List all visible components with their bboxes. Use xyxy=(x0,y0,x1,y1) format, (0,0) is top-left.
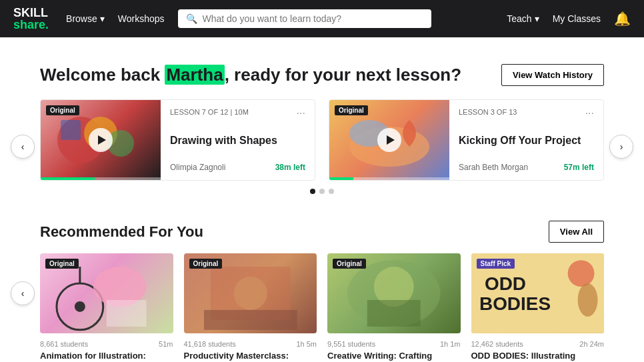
rec-meta-1: 8,661 students 51m xyxy=(40,340,173,348)
rec-thumb-4: ODD BODIES Staff Pick xyxy=(471,253,605,333)
logo-line1: SKILL xyxy=(13,7,49,19)
logo[interactable]: SKILL share. xyxy=(13,7,49,31)
lesson-number-1: LESSON 7 OF 12 | 10M xyxy=(170,108,249,116)
search-input[interactable] xyxy=(203,13,423,24)
welcome-heading: Welcome back Martha, ready for your next… xyxy=(40,65,461,85)
original-badge-2: Original xyxy=(335,105,368,115)
rec-badge-1: Original xyxy=(45,259,79,269)
progress-bar-1 xyxy=(41,177,161,180)
rec-meta-3: 9,551 students 1h 1m xyxy=(327,340,461,348)
logo-line2: share. xyxy=(13,19,49,31)
svg-rect-3 xyxy=(61,120,81,140)
rec-card-4[interactable]: ODD BODIES Staff Pick 12,462 students 2h… xyxy=(471,253,605,362)
rec-badge-4: Staff Pick xyxy=(477,259,515,269)
recommended-track: Original 8,661 students 51m Animation fo… xyxy=(40,253,604,362)
lesson-options-1[interactable]: ··· xyxy=(297,108,305,119)
rec-card-3[interactable]: Original 9,551 students 1h 1m Creative W… xyxy=(327,253,461,362)
lesson-author-1: Olimpia Zagnoli xyxy=(170,163,225,172)
greeting-prefix: Welcome back xyxy=(40,65,165,85)
chevron-left-icon: ‹ xyxy=(21,288,25,299)
notifications-bell[interactable]: 🔔 xyxy=(614,11,631,27)
view-all-button[interactable]: View All xyxy=(549,221,604,243)
play-button-1[interactable] xyxy=(89,128,113,152)
rec-card-2[interactable]: Original 41,618 students 1h 5m Productiv… xyxy=(184,253,317,362)
chevron-right-icon: › xyxy=(620,141,623,152)
nav-right: Teach ▾ My Classes 🔔 xyxy=(507,11,631,27)
search-icon: 🔍 xyxy=(186,13,197,24)
rec-meta-4: 12,462 students 2h 24m xyxy=(471,340,605,348)
rec-thumb-1: Original xyxy=(40,253,173,333)
my-classes-label: My Classes xyxy=(553,13,601,24)
svg-text:ODD: ODD xyxy=(484,273,525,294)
rec-duration-2: 1h 5m xyxy=(296,340,317,348)
teach-nav[interactable]: Teach ▾ xyxy=(507,13,539,24)
carousel-prev-button[interactable]: ‹ xyxy=(11,135,35,159)
lesson-meta-2: LESSON 3 OF 13 ··· xyxy=(459,108,594,119)
lesson-title-2: Kicking Off Your Project xyxy=(459,135,594,147)
rec-students-4: 12,462 students xyxy=(471,340,523,348)
recommended-section-header: Recommended For You View All xyxy=(0,214,644,253)
user-name: Martha xyxy=(165,65,224,85)
browse-nav[interactable]: Browse ▾ xyxy=(66,13,105,24)
rec-title-2: Productivity Masterclass: Create a Custo… xyxy=(184,351,317,362)
hero-section: Welcome back Martha, ready for your next… xyxy=(0,37,644,99)
progress-bar-2 xyxy=(329,177,449,180)
lesson-thumbnail-1: Original xyxy=(41,100,161,180)
lesson-meta-1: LESSON 7 OF 12 | 10M ··· xyxy=(170,108,305,119)
continue-watching-carousel: ‹ Original xyxy=(0,99,644,194)
carousel-dots xyxy=(40,189,604,194)
rec-meta-2: 41,618 students 1h 5m xyxy=(184,340,317,348)
lesson-bottom-1: Olimpia Zagnoli 38m left xyxy=(170,163,305,172)
rec-badge-3: Original xyxy=(333,259,366,269)
lesson-title-1: Drawing with Shapes xyxy=(170,135,305,147)
rec-duration-1: 51m xyxy=(159,340,173,348)
lesson-card-1[interactable]: Original LESSON 7 OF 12 | 10M ··· Drawin… xyxy=(40,99,315,181)
svg-text:BODIES: BODIES xyxy=(479,293,550,314)
rec-duration-3: 1h 1m xyxy=(440,340,461,348)
teach-label: Teach xyxy=(507,13,531,24)
chevron-down-icon: ▾ xyxy=(535,13,539,24)
lesson-time-left-2: 57m left xyxy=(564,163,594,172)
dot-2[interactable] xyxy=(319,189,325,194)
lesson-number-2: LESSON 3 OF 13 xyxy=(459,108,517,116)
svg-point-7 xyxy=(75,301,85,312)
rec-students-2: 41,618 students xyxy=(184,340,236,348)
play-button-2[interactable] xyxy=(377,128,401,152)
rec-students-1: 8,661 students xyxy=(40,340,88,348)
rec-title-4: ODD BODIES: Illustrating Expressive, Sty… xyxy=(471,351,605,362)
lesson-info-1: LESSON 7 OF 12 | 10M ··· Drawing with Sh… xyxy=(161,100,315,180)
rec-duration-4: 2h 24m xyxy=(579,340,604,348)
lesson-options-2[interactable]: ··· xyxy=(585,108,594,119)
dot-3[interactable] xyxy=(329,189,334,194)
lesson-card-2[interactable]: Original LESSON 3 OF 13 ··· Kicking Off … xyxy=(329,99,604,181)
carousel-next-button[interactable]: › xyxy=(609,135,633,159)
chevron-left-icon: ‹ xyxy=(21,141,25,152)
lesson-thumbnail-2: Original xyxy=(329,100,449,180)
view-watch-history-button[interactable]: View Watch History xyxy=(501,64,604,86)
recommended-prev-button[interactable]: ‹ xyxy=(11,281,35,305)
rec-students-3: 9,551 students xyxy=(327,340,375,348)
lesson-info-2: LESSON 3 OF 13 ··· Kicking Off Your Proj… xyxy=(449,100,603,180)
lesson-time-left-1: 38m left xyxy=(275,163,305,172)
navbar: SKILL share. Browse ▾ Workshops 🔍 Teach … xyxy=(0,0,644,37)
svg-rect-13 xyxy=(203,310,297,330)
rec-thumb-2: Original xyxy=(184,253,317,333)
svg-point-21 xyxy=(577,283,597,317)
search-bar[interactable]: 🔍 xyxy=(178,9,431,28)
workshops-label: Workshops xyxy=(118,13,165,24)
rec-title-3: Creative Writing: Crafting Personal Essa… xyxy=(327,351,461,362)
rec-title-1: Animation for Illustration: Adding Movem… xyxy=(40,351,173,362)
lesson-author-2: Sarah Beth Morgan xyxy=(459,163,528,172)
rec-thumb-3: Original xyxy=(327,253,461,333)
svg-point-20 xyxy=(567,260,594,287)
original-badge-1: Original xyxy=(46,105,79,115)
greeting-suffix: , ready for your next lesson? xyxy=(225,65,461,85)
svg-rect-16 xyxy=(367,300,421,327)
my-classes-nav[interactable]: My Classes xyxy=(553,13,601,24)
dot-1[interactable] xyxy=(310,189,315,194)
carousel-track: Original LESSON 7 OF 12 | 10M ··· Drawin… xyxy=(40,99,604,181)
recommended-title: Recommended For You xyxy=(40,223,203,241)
svg-rect-10 xyxy=(107,300,147,327)
rec-card-1[interactable]: Original 8,661 students 51m Animation fo… xyxy=(40,253,173,362)
workshops-nav[interactable]: Workshops xyxy=(118,13,165,24)
